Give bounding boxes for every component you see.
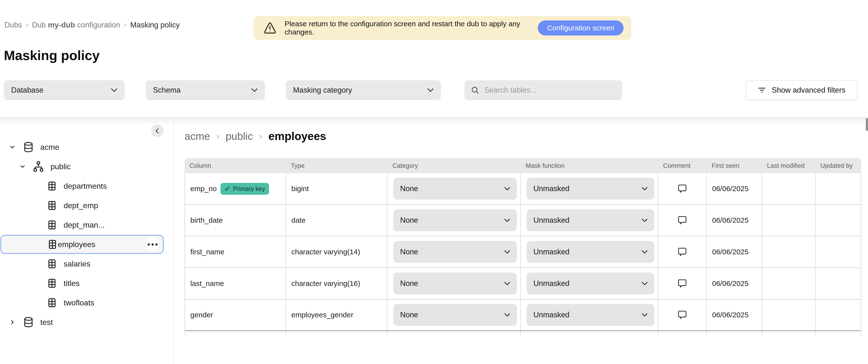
masking-category-filter-dropdown[interactable]: Masking category [286, 80, 441, 100]
chevron-right-icon: › [259, 131, 262, 141]
chevron-down-icon [504, 219, 510, 222]
chevron-down-icon[interactable] [9, 143, 16, 151]
category-select[interactable]: None [393, 178, 517, 200]
more-options-button[interactable] [146, 238, 159, 251]
schema-filter-dropdown[interactable]: Schema [146, 80, 265, 100]
sidebar-item-dept-emp[interactable]: dept_emp [0, 196, 173, 215]
comment-button[interactable] [658, 278, 706, 289]
header-first-seen: First seen [707, 162, 762, 169]
sidebar-item-label: titles [64, 279, 80, 288]
first-seen-date: 06/06/2025 [707, 216, 748, 224]
header-category: Category [388, 162, 521, 169]
table-body: emp_no Primary key bigint None Unmasked … [185, 173, 861, 336]
sidebar-item-salaries[interactable]: salaries [0, 254, 173, 273]
scrollbar-thumb[interactable] [866, 118, 868, 131]
comment-icon [677, 246, 688, 257]
sidebar-item-label: public [51, 162, 71, 171]
database-icon [23, 316, 34, 328]
column-name: gender [185, 311, 213, 319]
sidebar-item-label: acme [40, 143, 59, 152]
comment-button[interactable] [658, 183, 706, 194]
warning-icon [264, 22, 276, 34]
chevron-down-icon [427, 88, 434, 92]
sidebar-item-twofloats[interactable]: twofloats [0, 293, 173, 312]
sidebar-item-label: salaries [64, 259, 90, 269]
category-select[interactable]: None [393, 241, 517, 263]
header-mask-function: Mask function [521, 162, 658, 169]
category-select[interactable]: None [393, 304, 517, 326]
schema-filter-label: Schema [153, 86, 181, 94]
chevron-down-icon[interactable] [19, 163, 26, 170]
chevron-down-icon [504, 282, 510, 285]
breadcrumb-dub-configuration[interactable]: Dub my-dub configuration [32, 21, 120, 29]
first-seen-date: 06/06/2025 [707, 185, 748, 193]
sidebar-item-titles[interactable]: titles [0, 274, 173, 293]
header-type: Type [286, 162, 388, 169]
category-select[interactable]: None [393, 273, 517, 295]
mask-function-select[interactable]: Unmasked [527, 273, 654, 295]
sidebar-item-label: test [40, 318, 53, 327]
sidebar-item-label: employees [58, 240, 95, 249]
column-name: birth_date [185, 216, 223, 224]
sidebar-item-dept-man[interactable]: dept_man... [0, 216, 173, 234]
table-icon [47, 239, 58, 250]
first-seen-date: 06/06/2025 [707, 248, 748, 256]
table-icon [46, 200, 57, 211]
columns-table: Column Type Category Mask function Comme… [185, 158, 861, 336]
sidebar-item-public[interactable]: public [0, 157, 173, 176]
masking-category-filter-label: Masking category [293, 86, 352, 94]
database-filter-dropdown[interactable]: Database [4, 80, 125, 100]
chevron-down-icon [642, 187, 648, 191]
header-comment: Comment [658, 162, 707, 169]
comment-button[interactable] [658, 309, 706, 320]
show-advanced-filters-button[interactable]: Show advanced filters [746, 80, 858, 100]
comment-icon [677, 309, 688, 320]
table-breadcrumb: acme › public › employees [185, 129, 326, 144]
chevron-right-icon[interactable] [9, 318, 16, 326]
chevron-down-icon [251, 88, 258, 92]
restart-warning-banner: Please return to the configuration scree… [253, 16, 631, 40]
column-type: employees_gender [286, 311, 353, 319]
table-header-row: Column Type Category Mask function Comme… [185, 158, 861, 173]
sidebar-item-employees-selected[interactable]: employees [0, 235, 164, 254]
dub-name: my-dub [48, 21, 75, 29]
schema-icon [33, 161, 44, 172]
database-icon [23, 141, 34, 153]
comment-icon [677, 183, 688, 194]
search-tables-input[interactable] [485, 86, 616, 94]
table-row-last-name: last_name character varying(16) None Unm… [185, 268, 861, 300]
mask-function-select[interactable]: Unmasked [527, 304, 654, 326]
sidebar-item-test[interactable]: test [0, 313, 173, 332]
search-tables-box [464, 80, 622, 100]
breadcrumb: Dubs › Dub my-dub configuration › Maskin… [4, 21, 180, 29]
comment-button[interactable] [658, 246, 706, 257]
table-row-partial [185, 331, 861, 336]
first-seen-date: 06/06/2025 [707, 311, 748, 319]
database-filter-label: Database [11, 86, 43, 94]
breadcrumb-dubs[interactable]: Dubs [4, 21, 22, 29]
table-row-gender: gender employees_gender None Unmasked 06… [185, 300, 861, 331]
category-select[interactable]: None [393, 209, 517, 231]
chevron-down-icon [642, 219, 648, 222]
filter-icon [758, 86, 766, 94]
mask-function-select[interactable]: Unmasked [527, 178, 654, 200]
configuration-screen-button[interactable]: Configuration screen [538, 21, 623, 35]
sidebar-item-departments[interactable]: departments [0, 176, 173, 196]
breadcrumb-database[interactable]: acme [185, 130, 210, 142]
banner-message: Please return to the configuration scree… [284, 20, 530, 36]
first-seen-date: 06/06/2025 [707, 279, 748, 288]
sidebar-item-acme[interactable]: acme [0, 138, 173, 157]
collapse-sidebar-button[interactable] [151, 124, 164, 137]
column-type: bigint [286, 185, 309, 193]
chevron-down-icon [504, 313, 510, 317]
breadcrumb-table: employees [269, 130, 326, 143]
breadcrumb-schema[interactable]: public [225, 130, 253, 142]
table-icon [46, 298, 57, 308]
mask-function-select[interactable]: Unmasked [527, 241, 654, 263]
table-icon [46, 278, 57, 289]
sidebar-item-label: dept_man... [64, 221, 105, 229]
mask-function-select[interactable]: Unmasked [527, 209, 654, 231]
breadcrumb-current: Masking policy [130, 21, 180, 29]
comment-button[interactable] [658, 215, 706, 226]
chevron-down-icon [642, 282, 648, 285]
